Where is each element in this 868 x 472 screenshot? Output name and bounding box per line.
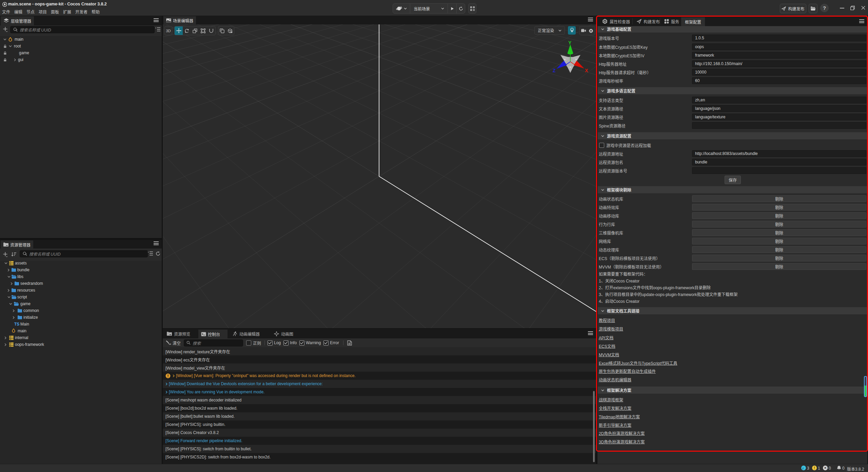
svg-text:Z: Z <box>553 68 556 73</box>
svg-text:Y: Y <box>568 40 572 45</box>
svg-text:i: i <box>803 467 804 470</box>
svg-text:X: X <box>585 68 588 73</box>
